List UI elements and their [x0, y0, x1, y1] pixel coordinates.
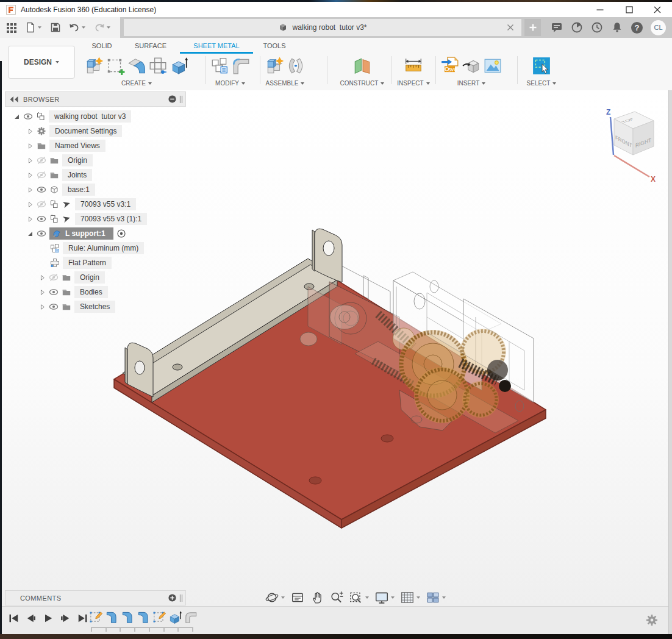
group-create-label[interactable]: CREATE [121, 80, 152, 87]
tree-item-70093-v55-v3-1[interactable]: 70093 v55 v3 (1):1 [5, 212, 186, 226]
zoom-button[interactable] [328, 590, 345, 605]
document-tab[interactable]: walking robot tutor v3* [124, 19, 521, 36]
go-to-end-button[interactable] [76, 612, 88, 624]
tree-item-origin-child[interactable]: Origin [5, 270, 186, 285]
insert-derive-icon[interactable] [462, 56, 481, 76]
close-tab-icon[interactable] [506, 23, 515, 32]
app-launcher-button[interactable] [5, 21, 18, 34]
tree-item-named-views[interactable]: Named Views [5, 138, 186, 153]
display-settings-button[interactable] [373, 590, 396, 605]
undo-button[interactable] [68, 21, 87, 34]
timeline-extrude-icon[interactable] [168, 610, 182, 624]
collapsed-arrow-icon[interactable] [27, 128, 34, 135]
tree-item-label[interactable]: Bodies [74, 286, 108, 298]
workspace-selector[interactable]: DESIGN [8, 46, 75, 79]
eye-hidden-icon[interactable] [37, 155, 46, 165]
tree-item-label[interactable]: Origin [62, 154, 93, 166]
minimize-button[interactable] [587, 2, 613, 17]
tab-tools[interactable]: TOOLS [253, 39, 296, 54]
timeline-corner-icon[interactable] [184, 610, 198, 624]
eye-visible-icon[interactable] [37, 229, 46, 238]
corner-fillet-icon[interactable] [231, 56, 251, 76]
fit-button[interactable] [348, 590, 371, 605]
expanded-arrow-icon[interactable] [27, 230, 34, 237]
collapsed-arrow-icon[interactable] [27, 216, 34, 223]
panel-grip-icon[interactable] [179, 593, 184, 603]
collapsed-arrow-icon[interactable] [27, 157, 34, 164]
look-at-button[interactable] [289, 590, 306, 605]
eye-visible-icon[interactable] [49, 287, 59, 297]
extrude-icon[interactable] [170, 56, 189, 76]
eye-visible-icon[interactable] [37, 214, 46, 224]
tree-item-label[interactable]: Sketches [74, 301, 115, 313]
collapsed-arrow-icon[interactable] [39, 289, 46, 296]
group-insert-label[interactable]: INSERT [457, 80, 486, 87]
tree-item-flat-pattern[interactable]: Flat Pattern [5, 255, 186, 270]
expanded-arrow-icon[interactable] [13, 113, 20, 120]
pan-button[interactable] [309, 590, 326, 605]
group-inspect-label[interactable]: INSPECT [397, 80, 429, 87]
eye-visible-icon[interactable] [23, 112, 33, 121]
eye-hidden-icon[interactable] [37, 170, 46, 180]
eye-hidden-icon[interactable] [49, 273, 59, 282]
joint-icon[interactable] [286, 56, 306, 76]
panel-grip-icon[interactable] [179, 95, 184, 104]
tab-surface[interactable]: SURFACE [121, 39, 180, 54]
collapsed-arrow-icon[interactable] [39, 304, 46, 310]
group-construct-label[interactable]: CONSTRUCT [340, 80, 385, 87]
viewports-button[interactable] [424, 590, 448, 605]
tree-item-label[interactable]: L support:1 [65, 229, 112, 238]
tree-item-sketches[interactable]: Sketches [5, 299, 186, 314]
create-flange-icon[interactable] [84, 56, 104, 76]
redo-button[interactable] [93, 21, 112, 34]
tree-item-label[interactable]: base:1 [62, 184, 95, 196]
canvas-icon[interactable] [483, 56, 502, 76]
step-forward-button[interactable] [59, 612, 71, 624]
collapsed-arrow-icon[interactable] [39, 274, 46, 281]
extensions-icon[interactable] [571, 21, 583, 34]
tree-item-label[interactable]: 70093 v55 v3 (1):1 [75, 213, 147, 225]
convert-to-sheet-metal-icon[interactable] [148, 56, 168, 76]
view-cube[interactable]: TOP FRONT RIGHT Z X [595, 99, 672, 187]
close-button[interactable] [644, 2, 671, 17]
construction-plane-icon[interactable] [352, 56, 372, 76]
new-tab-button[interactable] [524, 19, 541, 36]
group-select-label[interactable]: SELECT [527, 80, 557, 87]
measure-icon[interactable] [404, 56, 423, 76]
tree-item-root-component[interactable]: walking robot tutor v3 [5, 109, 186, 124]
new-component-icon[interactable] [265, 56, 284, 76]
add-panel-icon[interactable] [168, 593, 177, 602]
tab-solid[interactable]: SOLID [82, 39, 121, 54]
activate-component-radio[interactable] [116, 229, 126, 238]
tree-item-rule-aluminum[interactable]: Rule: Aluminum (mm) [5, 241, 186, 255]
comments-icon[interactable] [551, 21, 563, 34]
timeline-settings-gear-icon[interactable] [645, 613, 659, 627]
tree-item-base[interactable]: base:1 [5, 182, 186, 197]
tree-item-70093-v55-v3[interactable]: 70093 v55 v3:1 [5, 197, 186, 212]
tree-item-label[interactable]: Origin [74, 271, 105, 284]
maximize-button[interactable] [616, 2, 643, 17]
selected-item-box[interactable]: L support:1 [49, 227, 113, 240]
sheet-metal-rules-icon[interactable] [210, 56, 229, 76]
tree-item-document-settings[interactable]: Document Settings [5, 124, 186, 138]
tree-item-joints[interactable]: Joints [5, 168, 186, 182]
help-icon[interactable]: ? [631, 22, 643, 34]
eye-visible-icon[interactable] [49, 302, 59, 312]
save-button[interactable] [49, 21, 62, 34]
select-window-icon[interactable] [532, 56, 551, 76]
file-menu-button[interactable] [24, 21, 43, 34]
tree-item-label[interactable]: Document Settings [49, 125, 122, 137]
go-to-start-button[interactable] [8, 612, 20, 624]
tree-item-label[interactable]: walking robot tutor v3 [49, 110, 131, 123]
timeline-flange-icon[interactable] [136, 610, 151, 624]
step-back-button[interactable] [25, 612, 37, 624]
grid-display-button[interactable] [399, 590, 422, 605]
profile-avatar[interactable]: CL [651, 20, 666, 35]
orbit-button[interactable] [263, 590, 287, 605]
tree-item-bodies[interactable]: Bodies [5, 285, 186, 299]
tree-item-label[interactable]: Named Views [49, 140, 105, 152]
insert-svg-icon[interactable]: SVG [440, 56, 460, 76]
group-modify-label[interactable]: MODIFY [215, 80, 245, 87]
eye-visible-icon[interactable] [37, 185, 46, 195]
collapsed-arrow-icon[interactable] [27, 201, 34, 208]
